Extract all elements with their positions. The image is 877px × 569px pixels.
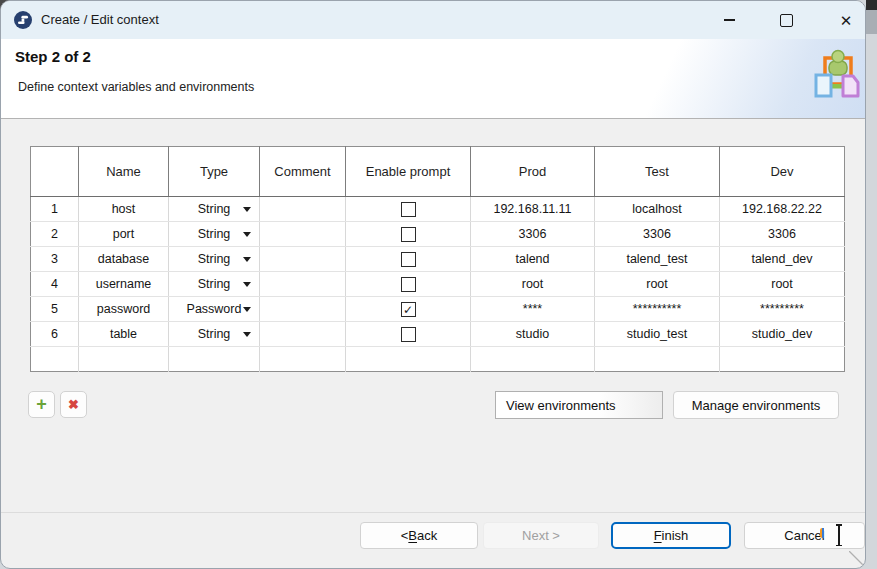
finish-mnemonic: F — [654, 528, 662, 543]
type-cell[interactable] — [169, 347, 260, 372]
row-number-cell: 2 — [31, 222, 79, 247]
type-combobox[interactable]: String — [169, 222, 260, 247]
variable-name-cell[interactable] — [79, 347, 169, 372]
text-cursor-indicator — [820, 528, 824, 538]
enable-prompt-checkbox[interactable]: ✓ — [401, 327, 416, 342]
next-button-disabled: Next > — [483, 522, 599, 549]
variable-name-cell[interactable]: port — [79, 222, 169, 247]
test-value-cell[interactable]: 3306 — [595, 222, 720, 247]
row-number-cell: 5 — [31, 297, 79, 322]
prod-value-cell[interactable]: 3306 — [471, 222, 595, 247]
enable-prompt-cell[interactable]: ✓ — [346, 322, 471, 347]
enable-prompt-cell[interactable]: ✓ — [346, 197, 471, 222]
test-value-cell[interactable]: studio_test — [595, 322, 720, 347]
prod-value-cell[interactable] — [471, 347, 595, 372]
backdrop-strip-dark — [866, 0, 877, 10]
dev-value-cell[interactable]: talend_dev — [720, 247, 845, 272]
table-row: 6tableString✓studiostudio_teststudio_dev — [31, 322, 845, 347]
test-value-cell[interactable]: ********** — [595, 297, 720, 322]
dev-value-cell[interactable]: studio_dev — [720, 322, 845, 347]
ibeam-cursor — [838, 524, 840, 546]
enable-prompt-cell[interactable] — [346, 347, 471, 372]
enable-prompt-checkbox[interactable]: ✓ — [401, 277, 416, 292]
enable-prompt-cell[interactable]: ✓ — [346, 222, 471, 247]
plus-icon: + — [36, 395, 47, 413]
column-header-dev: Dev — [720, 147, 845, 197]
variable-name-cell[interactable]: table — [79, 322, 169, 347]
enable-prompt-checkbox[interactable]: ✓ — [401, 227, 416, 242]
footer-separator — [1, 512, 866, 513]
titlebar[interactable]: Create / Edit context ✕ — [1, 1, 866, 39]
variable-name-cell[interactable]: password — [79, 297, 169, 322]
row-number-cell: 3 — [31, 247, 79, 272]
remove-x-icon: ✖ — [68, 398, 79, 411]
table-row: 3databaseString✓talendtalend_testtalend_… — [31, 247, 845, 272]
table-header-row: NameTypeCommentEnable promptProdTestDev — [31, 147, 845, 197]
enable-prompt-cell[interactable]: ✓ — [346, 247, 471, 272]
view-environments-button[interactable]: View environments — [495, 391, 663, 419]
column-header-row-number — [31, 147, 79, 197]
table-body: 1hostString✓192.168.11.11localhost192.16… — [31, 197, 845, 372]
enable-prompt-checkbox[interactable]: ✓ — [401, 252, 416, 267]
variable-name-cell[interactable]: host — [79, 197, 169, 222]
comment-cell[interactable] — [260, 347, 346, 372]
comment-cell[interactable] — [260, 197, 346, 222]
resize-grip[interactable] — [849, 551, 865, 567]
test-value-cell[interactable]: localhost — [595, 197, 720, 222]
prod-value-cell[interactable]: root — [471, 272, 595, 297]
variable-name-cell[interactable]: database — [79, 247, 169, 272]
chevron-down-icon — [243, 307, 251, 312]
variable-name-cell[interactable]: username — [79, 272, 169, 297]
type-combobox[interactable]: String — [169, 272, 260, 297]
column-header-enable-prompt: Enable prompt — [346, 147, 471, 197]
prod-value-cell[interactable]: talend — [471, 247, 595, 272]
column-header-comment: Comment — [260, 147, 346, 197]
context-group-icon — [813, 48, 861, 100]
maximize-button[interactable] — [763, 1, 809, 39]
close-button[interactable]: ✕ — [823, 1, 866, 39]
minimize-button[interactable] — [706, 1, 752, 39]
maximize-icon — [780, 14, 793, 27]
prod-value-cell[interactable]: 192.168.11.11 — [471, 197, 595, 222]
dev-value-cell[interactable]: ********* — [720, 297, 845, 322]
finish-label-rest: inish — [662, 528, 689, 543]
row-number-cell: 4 — [31, 272, 79, 297]
row-number-cell: 6 — [31, 322, 79, 347]
enable-prompt-checkbox[interactable]: ✓ — [401, 302, 416, 317]
back-button[interactable]: < Back — [360, 522, 478, 549]
add-variable-button[interactable]: + — [28, 391, 55, 418]
type-combobox[interactable]: String — [169, 197, 260, 222]
remove-variable-button[interactable]: ✖ — [60, 391, 87, 418]
dev-value-cell[interactable]: 192.168.22.22 — [720, 197, 845, 222]
test-value-cell[interactable]: talend_test — [595, 247, 720, 272]
row-number-cell[interactable] — [31, 347, 79, 372]
prod-value-cell[interactable]: **** — [471, 297, 595, 322]
enable-prompt-cell[interactable]: ✓ — [346, 297, 471, 322]
comment-cell[interactable] — [260, 297, 346, 322]
next-label: Next > — [522, 528, 560, 543]
talend-logo-icon — [14, 11, 32, 29]
enable-prompt-checkbox[interactable]: ✓ — [401, 202, 416, 217]
comment-cell[interactable] — [260, 222, 346, 247]
table-row-empty — [31, 347, 845, 372]
cancel-button[interactable]: Cancel — [744, 522, 865, 549]
test-value-cell[interactable]: root — [595, 272, 720, 297]
test-value-cell[interactable] — [595, 347, 720, 372]
comment-cell[interactable] — [260, 272, 346, 297]
enable-prompt-cell[interactable]: ✓ — [346, 272, 471, 297]
dev-value-cell[interactable]: 3306 — [720, 222, 845, 247]
table-row: 1hostString✓192.168.11.11localhost192.16… — [31, 197, 845, 222]
dev-value-cell[interactable]: root — [720, 272, 845, 297]
finish-button[interactable]: Finish — [611, 522, 731, 549]
dev-value-cell[interactable] — [720, 347, 845, 372]
type-combobox[interactable]: String — [169, 247, 260, 272]
manage-environments-button[interactable]: Manage environments — [673, 391, 839, 419]
table-row: 4usernameString✓rootrootroot — [31, 272, 845, 297]
type-combobox[interactable]: String — [169, 322, 260, 347]
type-combobox[interactable]: Password — [169, 297, 260, 322]
manage-environments-label: Manage environments — [692, 398, 821, 413]
comment-cell[interactable] — [260, 247, 346, 272]
backdrop-strip — [866, 10, 877, 34]
prod-value-cell[interactable]: studio — [471, 322, 595, 347]
comment-cell[interactable] — [260, 322, 346, 347]
